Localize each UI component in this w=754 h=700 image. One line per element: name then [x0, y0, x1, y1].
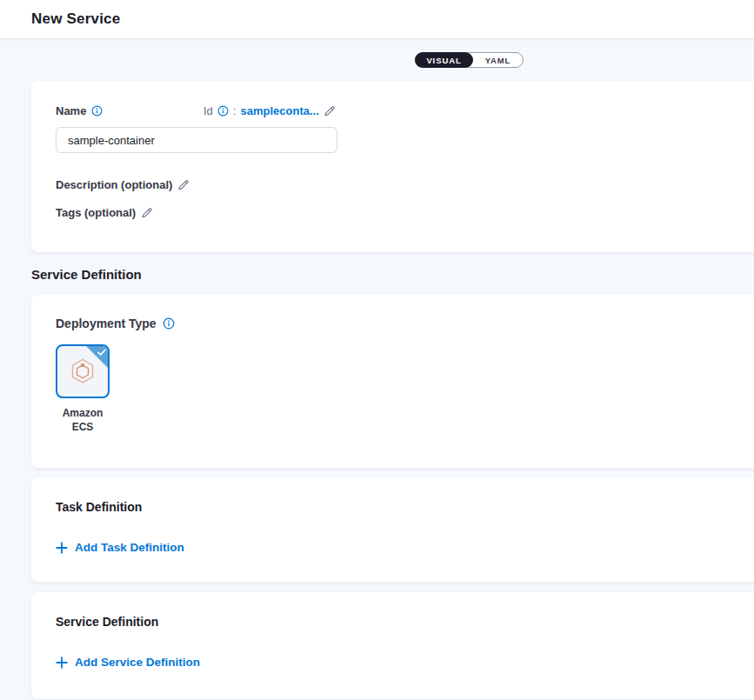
deployment-type-label-row: Deployment Type	[56, 317, 175, 330]
tags-row: Tags (optional)	[56, 206, 153, 219]
page-header: New Service	[0, 0, 754, 39]
info-icon[interactable]	[163, 317, 175, 330]
toggle-option-yaml[interactable]: YAML	[473, 53, 523, 67]
service-definition-section-title: Service Definition	[31, 264, 754, 283]
visual-yaml-toggle[interactable]: VISUAL YAML	[415, 52, 524, 68]
add-task-definition-label: Add Task Definition	[75, 541, 184, 554]
deployment-type-option: Amazon ECS	[56, 344, 110, 434]
task-definition-title: Task Definition	[56, 500, 740, 514]
add-service-definition-label: Add Service Definition	[75, 656, 200, 669]
info-icon[interactable]	[217, 105, 229, 117]
description-row: Description (optional)	[56, 178, 190, 191]
add-task-definition-button[interactable]: Add Task Definition	[56, 541, 184, 554]
new-service-page: New Service VISUAL YAML Name Id : sample…	[0, 0, 754, 700]
edit-pencil-icon[interactable]	[324, 105, 336, 117]
plus-icon	[56, 542, 68, 554]
deployment-type-card: Deployment Type	[31, 295, 754, 468]
id-value: sampleconta...	[240, 104, 318, 117]
name-label: Name	[56, 104, 86, 117]
service-details-card: Name Id : sampleconta... Description (op…	[31, 81, 754, 252]
deployment-type-tile-amazon-ecs[interactable]	[56, 344, 110, 398]
toggle-row: VISUAL YAML	[0, 39, 754, 81]
edit-pencil-icon[interactable]	[177, 179, 190, 191]
name-id-row: Name Id : sampleconta...	[56, 104, 740, 119]
deployment-type-label: Deployment Type	[56, 317, 157, 330]
deployment-type-name: Amazon ECS	[56, 406, 110, 434]
description-label: Description (optional)	[56, 178, 172, 191]
name-label-row: Name	[56, 104, 103, 117]
checkmark-icon	[97, 349, 106, 357]
task-definition-card: Task Definition Add Task Definition	[31, 477, 754, 582]
edit-pencil-icon[interactable]	[141, 207, 153, 219]
id-label: Id	[204, 104, 213, 117]
add-service-definition-button[interactable]: Add Service Definition	[56, 656, 200, 669]
plus-icon	[56, 657, 68, 669]
service-definition-title: Service Definition	[56, 615, 740, 629]
service-definition-card: Service Definition Add Service Definitio…	[31, 592, 754, 699]
id-separator: :	[233, 104, 237, 117]
toggle-option-visual[interactable]: VISUAL	[415, 52, 473, 68]
tags-label: Tags (optional)	[56, 206, 136, 219]
id-line: Id : sampleconta...	[204, 104, 336, 117]
info-icon[interactable]	[91, 105, 103, 117]
page-title: New Service	[31, 10, 120, 28]
service-name-input[interactable]	[56, 127, 337, 153]
